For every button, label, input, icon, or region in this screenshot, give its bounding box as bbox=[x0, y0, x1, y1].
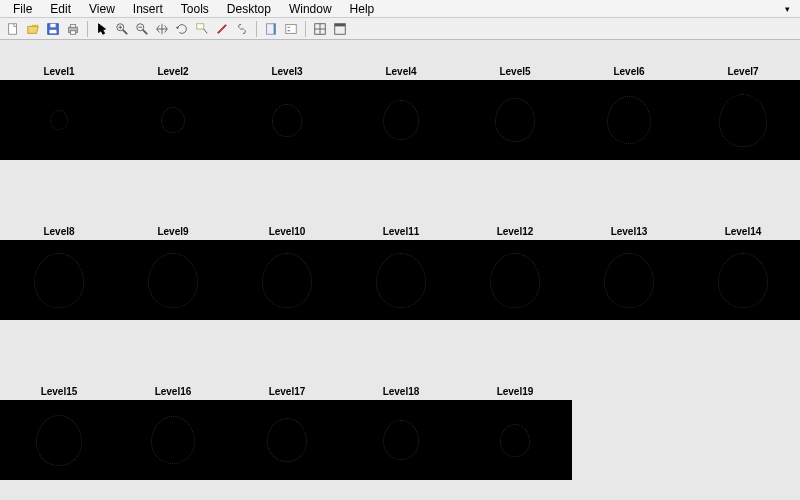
brush-icon[interactable] bbox=[213, 20, 231, 38]
subplot-title: Level9 bbox=[116, 226, 230, 237]
menu-tools[interactable]: Tools bbox=[172, 1, 218, 17]
svg-rect-25 bbox=[335, 23, 346, 26]
save-icon[interactable] bbox=[44, 20, 62, 38]
menu-dropdown-icon[interactable]: ▾ bbox=[785, 4, 796, 14]
subplot-shape bbox=[500, 424, 530, 457]
svg-rect-14 bbox=[197, 23, 204, 28]
toolbar-separator bbox=[256, 21, 257, 37]
subplot-shape bbox=[34, 253, 84, 308]
svg-rect-3 bbox=[50, 29, 57, 33]
menu-insert[interactable]: Insert bbox=[124, 1, 172, 17]
subplot-cell[interactable]: Level19 bbox=[458, 400, 572, 480]
subplot-title: Level18 bbox=[344, 386, 458, 397]
menu-edit[interactable]: Edit bbox=[41, 1, 80, 17]
subplot-shape bbox=[383, 100, 419, 140]
link-icon[interactable] bbox=[233, 20, 251, 38]
subplot-cell[interactable]: Level16 bbox=[116, 400, 230, 480]
subplot-cell[interactable]: Level4 bbox=[344, 80, 458, 160]
subplot-cell[interactable]: Level1 bbox=[2, 80, 116, 160]
svg-rect-6 bbox=[70, 30, 75, 34]
print-icon[interactable] bbox=[64, 20, 82, 38]
subplot-shape bbox=[495, 98, 535, 142]
subplot-cell[interactable]: Level14 bbox=[686, 240, 800, 320]
subplot-shape bbox=[490, 253, 540, 308]
new-figure-icon[interactable] bbox=[4, 20, 22, 38]
subplot-title: Level10 bbox=[230, 226, 344, 237]
pointer-icon[interactable] bbox=[93, 20, 111, 38]
subplot-title: Level1 bbox=[2, 66, 116, 77]
subplot-shape bbox=[719, 94, 767, 147]
legend-icon[interactable] bbox=[282, 20, 300, 38]
subplot-cell[interactable]: Level2 bbox=[116, 80, 230, 160]
subplot-title: Level8 bbox=[2, 226, 116, 237]
subplot-shape bbox=[604, 253, 654, 308]
subplot-cell[interactable]: Level18 bbox=[344, 400, 458, 480]
subplot-title: Level15 bbox=[2, 386, 116, 397]
data-cursor-icon[interactable] bbox=[193, 20, 211, 38]
layout-icon[interactable] bbox=[311, 20, 329, 38]
menu-file[interactable]: File bbox=[4, 1, 41, 17]
svg-line-15 bbox=[204, 29, 208, 33]
svg-line-12 bbox=[143, 29, 147, 33]
subplot-title: Level5 bbox=[458, 66, 572, 77]
svg-rect-2 bbox=[50, 23, 55, 27]
subplot-shape bbox=[383, 420, 419, 460]
subplot-cell[interactable]: Level15 bbox=[2, 400, 116, 480]
rotate-icon[interactable] bbox=[173, 20, 191, 38]
svg-rect-18 bbox=[286, 24, 297, 33]
subplot-title: Level4 bbox=[344, 66, 458, 77]
subplot-cell[interactable]: Level17 bbox=[230, 400, 344, 480]
pan-icon[interactable] bbox=[153, 20, 171, 38]
colorbar-icon[interactable] bbox=[262, 20, 280, 38]
subplot-cell[interactable]: Level13 bbox=[572, 240, 686, 320]
subplot-cell[interactable]: Level8 bbox=[2, 240, 116, 320]
subplot-title: Level3 bbox=[230, 66, 344, 77]
subplot-cell[interactable]: Level10 bbox=[230, 240, 344, 320]
svg-line-8 bbox=[123, 29, 127, 33]
toolbar-separator bbox=[87, 21, 88, 37]
toolbar bbox=[0, 18, 800, 40]
zoom-in-icon[interactable] bbox=[113, 20, 131, 38]
subplot-title: Level7 bbox=[686, 66, 800, 77]
dock-icon[interactable] bbox=[331, 20, 349, 38]
subplot-shape bbox=[267, 418, 307, 462]
subplot-shape bbox=[376, 253, 426, 308]
subplot-shape bbox=[607, 96, 651, 144]
subplot-title: Level2 bbox=[116, 66, 230, 77]
menu-desktop[interactable]: Desktop bbox=[218, 1, 280, 17]
subplot-title: Level14 bbox=[686, 226, 800, 237]
subplot-shape bbox=[718, 253, 768, 308]
subplot-shape bbox=[161, 107, 185, 133]
subplot-title: Level16 bbox=[116, 386, 230, 397]
figure-area: Level1Level2Level3Level4Level5Level6Leve… bbox=[0, 40, 800, 500]
subplot-shape bbox=[262, 253, 312, 308]
menu-view[interactable]: View bbox=[80, 1, 124, 17]
subplot-cell[interactable]: Level12 bbox=[458, 240, 572, 320]
zoom-out-icon[interactable] bbox=[133, 20, 151, 38]
subplot-title: Level17 bbox=[230, 386, 344, 397]
menu-bar: File Edit View Insert Tools Desktop Wind… bbox=[0, 0, 800, 18]
open-icon[interactable] bbox=[24, 20, 42, 38]
subplot-title: Level6 bbox=[572, 66, 686, 77]
subplot-cell[interactable]: Level11 bbox=[344, 240, 458, 320]
subplot-shape bbox=[151, 416, 195, 464]
svg-rect-17 bbox=[274, 23, 276, 34]
subplot-cell[interactable]: Level9 bbox=[116, 240, 230, 320]
subplot-shape bbox=[148, 253, 198, 308]
subplot-title: Level13 bbox=[572, 226, 686, 237]
subplot-title: Level11 bbox=[344, 226, 458, 237]
subplot-title: Level12 bbox=[458, 226, 572, 237]
svg-rect-0 bbox=[9, 23, 17, 34]
subplot-shape bbox=[272, 104, 302, 137]
subplot-shape bbox=[50, 110, 68, 130]
toolbar-separator bbox=[305, 21, 306, 37]
subplot-cell[interactable]: Level5 bbox=[458, 80, 572, 160]
menu-window[interactable]: Window bbox=[280, 1, 341, 17]
svg-rect-5 bbox=[70, 24, 75, 27]
subplot-cell[interactable]: Level3 bbox=[230, 80, 344, 160]
subplot-cell[interactable]: Level7 bbox=[686, 80, 800, 160]
menu-help[interactable]: Help bbox=[341, 1, 384, 17]
subplot-title: Level19 bbox=[458, 386, 572, 397]
subplot-cell[interactable]: Level6 bbox=[572, 80, 686, 160]
subplot-shape bbox=[36, 415, 82, 466]
